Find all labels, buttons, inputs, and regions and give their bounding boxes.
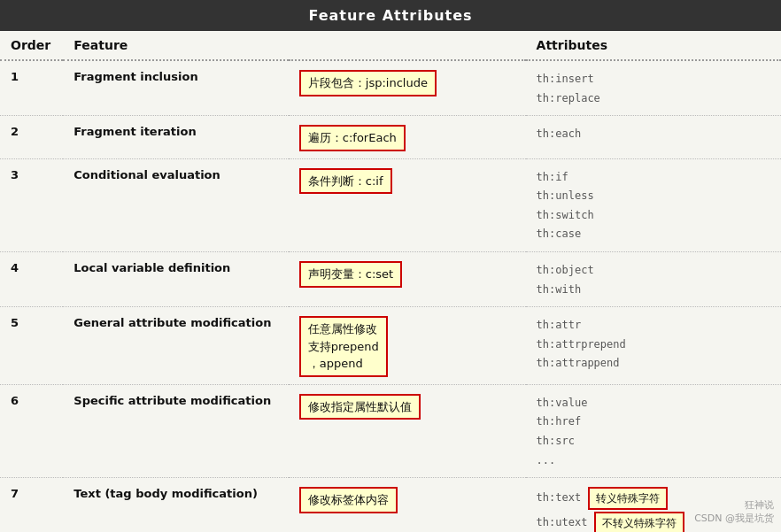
highlight-cell: 修改指定属性默认值 (289, 384, 526, 477)
page-wrapper: Feature Attributes Order Feature Attribu… (0, 0, 781, 532)
order-cell: 1 (0, 60, 63, 116)
highlight-box: 条件判断：c:if (299, 168, 392, 195)
attr-item: th:attrprepend (537, 335, 770, 355)
attr-item: th:src (537, 432, 770, 451)
attr-item: th:attrappend (537, 354, 770, 374)
attributes-cell: th:ifth:unlessth:switchth:case (526, 158, 781, 251)
title-bar: Feature Attributes (0, 0, 781, 31)
highlight-box: 修改标签体内容 (299, 487, 398, 513)
order-cell: 6 (0, 384, 63, 477)
attributes-cell: th:valueth:hrefth:src... (526, 384, 781, 477)
attr-item: th:attr (537, 316, 770, 335)
attr-item: th:with (537, 281, 770, 300)
tooltip-box-1: 转义特殊字符 (588, 487, 668, 510)
highlight-cell: 条件判断：c:if (289, 158, 526, 251)
attr-item: th:unless (537, 187, 770, 206)
attributes-cell: th:attrth:attrprependth:attrappend (526, 307, 781, 385)
col-order: Order (0, 31, 63, 60)
feature-cell: Conditional evaluation (63, 158, 289, 251)
attr-item: th:insert (537, 70, 770, 89)
feature-cell: Fragment iteration (63, 116, 289, 159)
table-row: 4Local variable definition声明变量：c:setth:o… (0, 252, 781, 307)
highlight-cell: 修改标签体内容 (289, 478, 526, 532)
highlight-cell: 声明变量：c:set (289, 252, 526, 307)
tooltip-box-2: 不转义特殊字符 (594, 512, 684, 532)
attr-item: th:replace (537, 89, 770, 109)
attr-item: th:href (537, 412, 770, 432)
attr-item: th:if (537, 168, 770, 188)
highlight-box: 修改指定属性默认值 (299, 394, 421, 420)
attr-item: th:object (537, 261, 770, 281)
attr-item: th:value (537, 394, 770, 413)
highlight-box: 声明变量：c:set (299, 261, 402, 288)
page-title: Feature Attributes (308, 7, 472, 24)
feature-cell: Local variable definition (63, 252, 289, 307)
feature-cell: Specific attribute modification (63, 384, 289, 477)
col-feature: Feature (63, 31, 289, 60)
feature-cell: General attribute modification (63, 307, 289, 385)
order-cell: 5 (0, 307, 63, 385)
attr-item: th:case (537, 225, 770, 244)
table-row: 6Specific attribute modification修改指定属性默认… (0, 384, 781, 477)
table-row: 1Fragment inclusion片段包含：jsp:includeth:in… (0, 60, 781, 116)
order-cell: 7 (0, 478, 63, 532)
table-row: 2Fragment iteration遍历：c:forEachth:each (0, 116, 781, 159)
col-attributes: Attributes (526, 31, 781, 60)
highlight-box: 任意属性修改 支持prepend ，append (299, 316, 388, 377)
order-cell: 4 (0, 252, 63, 307)
order-cell: 3 (0, 158, 63, 251)
highlight-cell: 任意属性修改 支持prepend ，append (289, 307, 526, 385)
attr-item: th:each (537, 125, 770, 144)
feature-cell: Text (tag body modification) (63, 478, 289, 532)
order-cell: 2 (0, 116, 63, 159)
attr-item: ... (537, 451, 770, 471)
table-row: 5General attribute modification任意属性修改 支持… (0, 307, 781, 385)
attributes-cell: th:each (526, 116, 781, 159)
feature-cell: Fragment inclusion (63, 60, 289, 116)
table-row: 3Conditional evaluation条件判断：c:ifth:ifth:… (0, 158, 781, 251)
highlight-cell: 遍历：c:forEach (289, 116, 526, 159)
attributes-cell: th:insertth:replace (526, 60, 781, 116)
table-row: 7Text (tag body modification)修改标签体内容th:t… (0, 478, 781, 532)
attributes-cell: th:objectth:with (526, 252, 781, 307)
feature-table: Order Feature Attributes 1Fragment inclu… (0, 31, 781, 532)
watermark: 狂神说CSDN @我是坑货 (694, 498, 774, 525)
highlight-box: 遍历：c:forEach (299, 125, 406, 151)
highlight-box: 片段包含：jsp:include (299, 70, 437, 96)
col-highlight (289, 31, 526, 60)
highlight-cell: 片段包含：jsp:include (289, 60, 526, 116)
attr-item: th:text (537, 489, 582, 508)
attr-item: th:switch (537, 206, 770, 226)
attr-item: th:utext (537, 513, 588, 532)
